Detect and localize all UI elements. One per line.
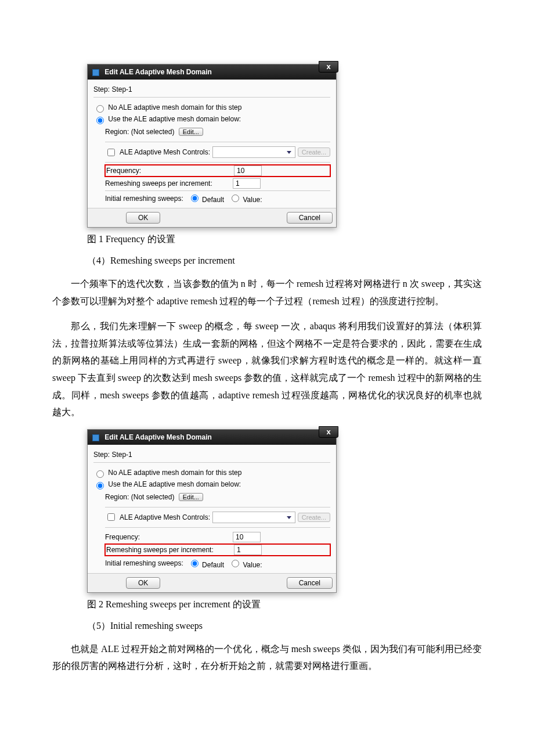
radio-default[interactable] (191, 195, 199, 202)
controls-label: ALE Adaptive Mesh Controls: (120, 148, 210, 156)
controls-checkbox[interactable] (107, 149, 115, 156)
region-value: (Not selected) (131, 493, 175, 501)
radio-value[interactable] (232, 560, 239, 567)
close-button[interactable]: x (319, 61, 338, 73)
controls-row: ALE Adaptive Mesh Controls: Create... (105, 510, 330, 525)
sweeps-label: Remeshing sweeps per increment: (105, 179, 233, 188)
step-value: Step-1 (111, 85, 132, 93)
initial-default-option[interactable]: Default (188, 558, 224, 569)
sweeps-row-highlighted: Remeshing sweeps per increment: (105, 544, 330, 556)
paragraph-1: 一个频率下的迭代次数，当该参数的值为 n 时，每一个 remesh 过程将对网格… (52, 275, 482, 309)
controls-dropdown[interactable] (212, 512, 295, 523)
frequency-input[interactable] (233, 532, 261, 542)
controls-checkbox[interactable] (107, 513, 115, 521)
paragraph-2: 那么，我们先来理解一下 sweep 的概念，每 sweep 一次，abaqus … (52, 318, 482, 421)
sweeps-input[interactable] (234, 545, 262, 555)
sweeps-label: Remeshing sweeps per increment: (106, 546, 234, 554)
cancel-button[interactable]: Cancel (287, 577, 333, 589)
app-icon (92, 69, 99, 76)
radio-none-label: No ALE adaptive mesh domain for this ste… (108, 103, 241, 111)
figure-1-caption: 图 1 Frequency 的设置 (87, 233, 482, 246)
initial-sweeps-label: Initial remeshing sweeps: (105, 195, 183, 203)
create-button[interactable]: Create... (298, 147, 330, 157)
radio-none[interactable] (96, 105, 104, 113)
dialog-title: Edit ALE Adaptive Mesh Domain (104, 68, 211, 76)
radio-use[interactable] (96, 117, 104, 124)
frequency-row: Frequency: (105, 530, 330, 544)
radio-none-row[interactable]: No ALE adaptive mesh domain for this ste… (93, 102, 330, 114)
step-row: Step: Step-1 (93, 449, 330, 463)
controls-row: ALE Adaptive Mesh Controls: Create... (105, 145, 330, 160)
dialog-titlebar: Edit ALE Adaptive Mesh Domain x (88, 430, 336, 445)
figure-2-caption: 图 2 Remeshing sweeps per increment 的设置 (87, 599, 482, 611)
radio-none-label: No ALE adaptive mesh domain for this ste… (108, 469, 241, 477)
initial-default-option[interactable]: Default (188, 193, 224, 204)
edit-region-button[interactable]: Edit... (179, 128, 203, 136)
edit-region-button[interactable]: Edit... (179, 493, 203, 501)
region-label: Region: (105, 493, 129, 501)
radio-none-row[interactable]: No ALE adaptive mesh domain for this ste… (93, 467, 330, 479)
region-value: (Not selected) (131, 128, 175, 136)
radio-none[interactable] (96, 470, 104, 478)
app-icon (92, 434, 99, 441)
frequency-input[interactable] (234, 165, 262, 176)
section-4-heading: （4）Remeshing sweeps per increment (87, 255, 482, 267)
dialog-title: Edit ALE Adaptive Mesh Domain (104, 433, 211, 441)
controls-label: ALE Adaptive Mesh Controls: (120, 513, 210, 521)
initial-sweeps-row: Initial remeshing sweeps: Default Value: (105, 556, 330, 571)
step-label: Step: (93, 451, 110, 459)
step-label: Step: (93, 85, 110, 93)
dialog-titlebar: Edit ALE Adaptive Mesh Domain x (88, 64, 336, 80)
ale-dialog-figure-1: Edit ALE Adaptive Mesh Domain x Step: St… (87, 64, 337, 228)
radio-default[interactable] (191, 560, 199, 567)
initial-sweeps-row: Initial remeshing sweeps: Default Value: (105, 190, 330, 206)
initial-value-option[interactable]: Value: (229, 558, 262, 569)
create-button[interactable]: Create... (298, 513, 330, 522)
initial-value-option[interactable]: Value: (229, 193, 262, 204)
region-label: Region: (105, 128, 129, 136)
radio-use[interactable] (96, 482, 104, 489)
radio-value[interactable] (232, 195, 239, 202)
radio-use-label: Use the ALE adaptive mesh domain below: (108, 480, 241, 488)
frequency-row-highlighted: Frequency: (105, 165, 330, 177)
paragraph-3: 也就是 ALE 过程开始之前对网格的一个优化，概念与 mesh sweeps 类… (52, 640, 482, 675)
radio-use-label: Use the ALE adaptive mesh domain below: (108, 115, 241, 123)
sweeps-input[interactable] (233, 178, 261, 189)
step-row: Step: Step-1 (93, 84, 330, 98)
sweeps-row: Remeshing sweeps per increment: (105, 177, 330, 190)
step-value: Step-1 (111, 451, 132, 459)
cancel-button[interactable]: Cancel (287, 212, 333, 224)
initial-sweeps-label: Initial remeshing sweeps: (105, 559, 183, 567)
ok-button[interactable]: OK (126, 212, 160, 224)
region-row: Region: (Not selected) Edit... (105, 125, 330, 139)
radio-use-row[interactable]: Use the ALE adaptive mesh domain below: (93, 114, 330, 125)
frequency-label: Frequency: (105, 533, 233, 541)
radio-use-row[interactable]: Use the ALE adaptive mesh domain below: (93, 479, 330, 491)
section-5-heading: （5）Initial remeshing sweeps (87, 620, 482, 632)
frequency-label: Frequency: (106, 167, 234, 175)
region-row: Region: (Not selected) Edit... (105, 491, 330, 505)
ale-dialog-figure-2: Edit ALE Adaptive Mesh Domain x Step: St… (87, 429, 337, 593)
close-button[interactable]: x (319, 426, 338, 438)
ok-button[interactable]: OK (126, 577, 160, 589)
controls-dropdown[interactable] (212, 146, 295, 158)
